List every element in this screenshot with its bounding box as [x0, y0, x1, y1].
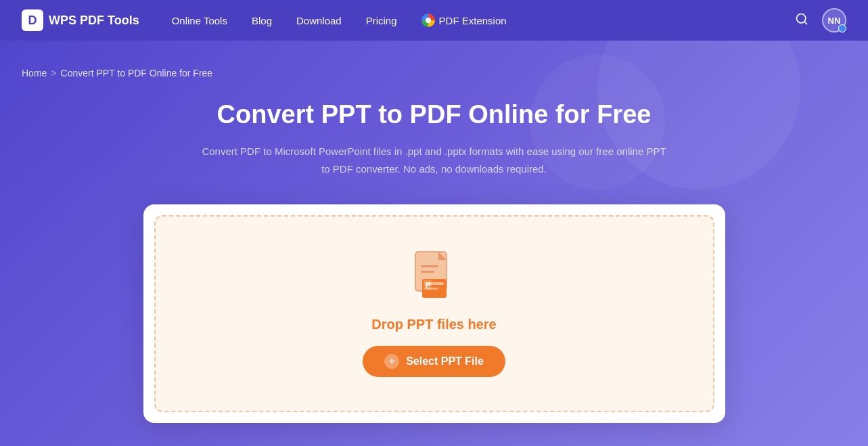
upload-card: P Drop PPT files here + Select PPT File — [143, 204, 725, 423]
svg-rect-4 — [421, 271, 434, 273]
svg-line-1 — [804, 21, 807, 24]
plus-icon: + — [384, 354, 399, 369]
select-file-button[interactable]: + Select PPT File — [363, 346, 505, 377]
svg-rect-3 — [421, 265, 438, 267]
nav-pricing[interactable]: Pricing — [355, 9, 408, 32]
chrome-icon — [421, 14, 435, 27]
user-avatar[interactable]: NN — [822, 8, 846, 32]
nav-links: Online Tools Blog Download Pricing PDF E… — [161, 8, 792, 32]
navbar: D WPS PDF Tools Online Tools Blog Downlo… — [0, 0, 868, 41]
breadcrumb-separator: > — [51, 68, 56, 79]
ppt-file-icon: P — [413, 250, 456, 303]
nav-blog[interactable]: Blog — [241, 9, 283, 32]
nav-download[interactable]: Download — [285, 9, 352, 32]
breadcrumb: Home > Convert PPT to PDF Online for Fre… — [22, 68, 846, 79]
avatar-badge — [838, 24, 846, 32]
brand-logo[interactable]: D WPS PDF Tools — [22, 9, 139, 31]
drop-zone[interactable]: P Drop PPT files here + Select PPT File — [154, 215, 714, 412]
breadcrumb-home[interactable]: Home — [22, 68, 47, 79]
nav-online-tools[interactable]: Online Tools — [161, 9, 238, 32]
nav-pdf-extension[interactable]: PDF Extension — [411, 8, 518, 32]
drop-zone-text: Drop PPT files here — [371, 317, 497, 332]
select-button-label: Select PPT File — [406, 355, 484, 367]
search-button[interactable] — [792, 9, 811, 32]
navbar-right: NN — [792, 8, 846, 32]
hero-section: Home > Convert PPT to PDF Online for Fre… — [0, 41, 868, 446]
page-title: Convert PPT to PDF Online for Free — [22, 100, 846, 129]
svg-text:P: P — [426, 281, 430, 289]
hero-description: Convert PDF to Microsoft PowerPoint file… — [198, 143, 671, 177]
logo-icon: D — [22, 9, 43, 31]
brand-name: WPS PDF Tools — [49, 14, 139, 28]
breadcrumb-current: Convert PPT to PDF Online for Free — [61, 68, 213, 79]
